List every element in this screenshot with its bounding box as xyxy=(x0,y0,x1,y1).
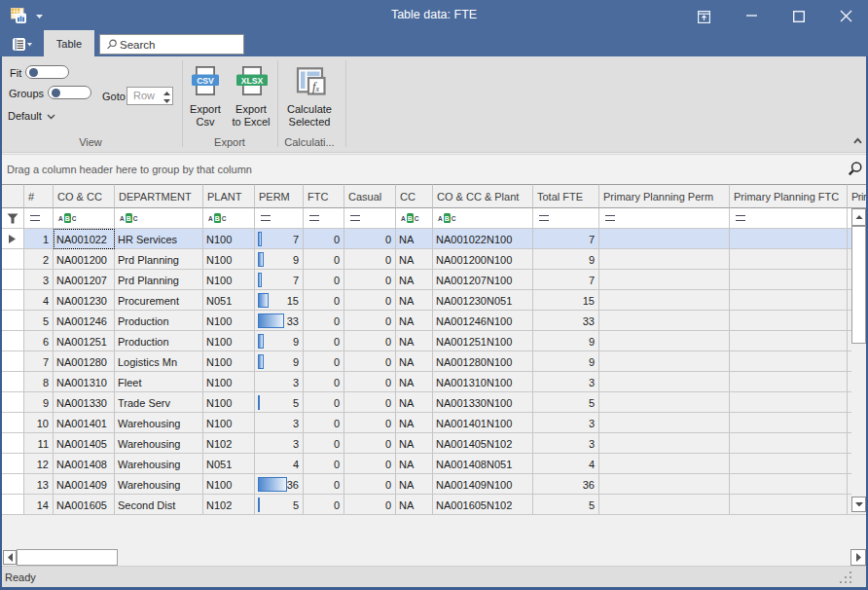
svg-text:XLSX: XLSX xyxy=(241,76,264,86)
svg-text:CSV: CSV xyxy=(197,76,214,86)
